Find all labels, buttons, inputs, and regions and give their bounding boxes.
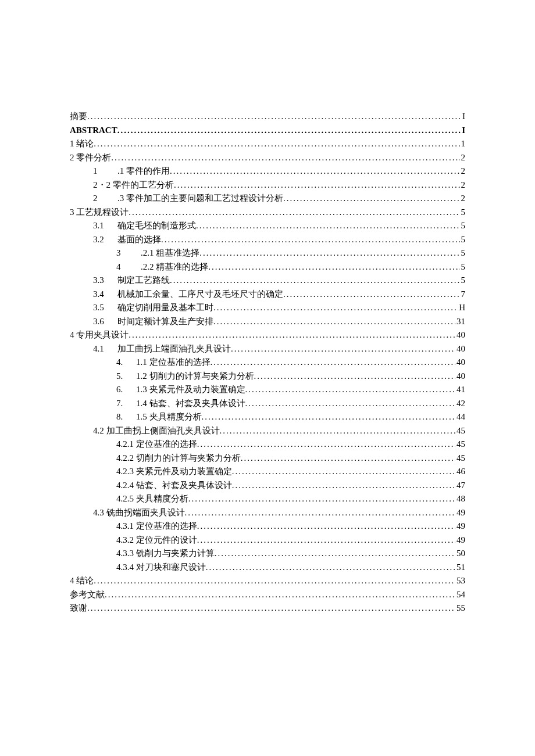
toc-entry: 3.2.1 粗基准选择5: [70, 247, 465, 259]
toc-page-number: 54: [455, 589, 465, 601]
toc-leader-dots: [129, 329, 455, 341]
toc-title: 1.4 钻套、衬套及夹具体设计: [136, 399, 245, 408]
toc-page-number: 1: [460, 138, 466, 150]
toc-title: 参考文献: [70, 590, 105, 599]
toc-leader-dots: [196, 220, 460, 232]
toc-entry: 7.1.4 钻套、衬套及夹具体设计42: [70, 397, 465, 410]
toc-label: 4.2.3 夹紧元件及动力装置确定: [116, 465, 232, 478]
toc-title: 4.2.4 钻套、衬套及夹具体设计: [116, 481, 232, 490]
toc-leader-dots: [245, 384, 456, 396]
toc-entry: 4 结论53: [70, 575, 465, 587]
toc-page-number: 44: [455, 411, 465, 423]
toc-number: 1: [93, 165, 117, 177]
toc-entry: 3.3制定工艺路线5: [70, 274, 465, 286]
toc-leader-dots: [283, 288, 460, 300]
toc-entry: 4.2.2 精基准的选择5: [70, 261, 465, 273]
toc-title: .2.1 粗基准选择: [141, 248, 199, 257]
toc-page-number: 49: [455, 520, 465, 532]
toc-title: 3 工艺规程设计: [70, 207, 129, 217]
toc-page-number: 55: [455, 602, 465, 614]
toc-entry: 致谢55: [70, 602, 465, 614]
toc-entry: 4.3.2 定位元件的设计 49: [70, 534, 465, 546]
toc-entry: 4.2.1 定位基准的选择 45: [70, 438, 465, 450]
toc-title: 4.3.4 对刀块和塞尺设计: [116, 562, 206, 572]
toc-page-number: 46: [455, 465, 465, 478]
toc-label: 参考文献: [70, 589, 105, 601]
toc-label: 3.1确定毛坯的制造形式: [93, 220, 196, 232]
toc-leader-dots: [283, 192, 460, 205]
toc-leader-dots: [117, 124, 461, 137]
toc-entry: 4.1.1 定位基准的选择40: [70, 356, 465, 368]
toc-entry: 3.1确定毛坯的制造形式5: [70, 220, 465, 232]
toc-title: 2 零件分析: [70, 153, 111, 162]
toc-label: 5.1.2 切削力的计算与夹紧力分析: [116, 370, 254, 382]
toc-leader-dots: [245, 397, 456, 410]
toc-number: 3.1: [93, 220, 117, 232]
toc-page-number: 51: [455, 561, 465, 574]
toc-page-number: 40: [455, 370, 465, 382]
toc-label: 摘要: [70, 110, 87, 123]
toc-title: 4.3 铣曲拐端面夹具设计: [93, 508, 185, 517]
toc-leader-dots: [188, 493, 455, 505]
toc-page-number: 40: [455, 343, 465, 355]
toc-page-number: 45: [455, 438, 465, 450]
toc-title: 4 结论: [70, 576, 94, 585]
toc-leader-dots: [199, 247, 459, 259]
toc-label: 4.3 铣曲拐端面夹具设计: [93, 507, 185, 519]
toc-leader-dots: [211, 356, 456, 368]
toc-label: 3.5确定切削用量及基本工时: [93, 302, 213, 314]
toc-page-number: 5: [460, 234, 466, 246]
toc-title: 4.2.5 夹具精度分析: [116, 494, 188, 503]
toc-number: 3.3: [93, 274, 117, 286]
toc-leader-dots: [170, 165, 460, 177]
toc-page-number: 2: [460, 165, 466, 177]
toc-leader-dots: [174, 179, 460, 191]
toc-label: 1.1 零件的作用: [93, 165, 170, 177]
toc-title: 4.2 加工曲拐上侧面油孔夹具设计: [93, 426, 220, 435]
toc-label: 2.3 零件加工的主要问题和工艺过程设计分析: [93, 192, 283, 205]
toc-title: .1 零件的作用: [117, 166, 170, 175]
toc-page-number: 42: [455, 397, 465, 410]
toc-page-number: 5: [460, 274, 466, 286]
toc-page-number: 2: [460, 192, 466, 205]
toc-title: 4.2.1 定位基准的选择: [116, 439, 197, 449]
toc-page-number: 5: [460, 261, 466, 273]
toc-title: 4.3.2 定位元件的设计: [116, 535, 197, 544]
toc-label: 2・2零件的工艺分析: [93, 179, 174, 191]
toc-entry: 4.3.3 铣削力与夹紧力计算 50: [70, 547, 465, 560]
toc-label: 2 零件分析: [70, 152, 111, 164]
toc-number: 4.1: [93, 343, 117, 355]
toc-number: 3.6: [93, 316, 117, 328]
toc-page-number: 41: [455, 384, 465, 396]
toc-title: 1.2 切削力的计算与夹紧力分析: [136, 371, 254, 381]
toc-label: 3.2.1 粗基准选择: [116, 247, 199, 259]
toc-page-number: 2: [460, 179, 466, 191]
toc-leader-dots: [232, 479, 455, 492]
toc-label: 3.3制定工艺路线: [93, 274, 170, 286]
toc-label: 3 工艺规程设计: [70, 206, 129, 218]
toc-title: 4.3.3 铣削力与夹紧力计算: [116, 549, 215, 558]
toc-leader-dots: [87, 602, 455, 614]
toc-page-number: 49: [455, 507, 465, 519]
toc-entry: 4.2 加工曲拐上侧面油孔夹具设计 45: [70, 425, 465, 437]
toc-page-number: 47: [455, 479, 465, 492]
toc-label: 3.6时间定额计算及生产安排: [93, 316, 213, 328]
toc-title: ABSTRACT: [70, 126, 117, 135]
toc-entry: 4.2.3 夹紧元件及动力装置确定 46: [70, 465, 465, 478]
toc-page-number: 31: [455, 316, 465, 328]
toc-title: 时间定额计算及生产安排: [117, 317, 213, 326]
toc-entry: 4.3.4 对刀块和塞尺设计 51: [70, 561, 465, 574]
toc-page-number: 40: [455, 329, 465, 341]
toc-page-number: H: [458, 302, 465, 314]
toc-page-number: 2: [460, 152, 466, 164]
toc-title: 1.1 定位基准的选择: [136, 357, 211, 367]
toc-label: 1 绪论: [70, 138, 94, 150]
toc-title: 4.2.2 切削力的计算与夹紧力分析: [116, 453, 241, 463]
toc-label: 8.1.5 夹具精度分析: [116, 411, 202, 423]
toc-page-number: 45: [455, 425, 465, 437]
toc-page-number: 5: [460, 220, 466, 232]
toc-label: 4.3.2 定位元件的设计: [116, 534, 197, 546]
toc-entry: 4 专用夹具设计40: [70, 329, 465, 341]
toc-page-number: 48: [455, 493, 465, 505]
toc-title: 4 专用夹具设计: [70, 330, 129, 339]
